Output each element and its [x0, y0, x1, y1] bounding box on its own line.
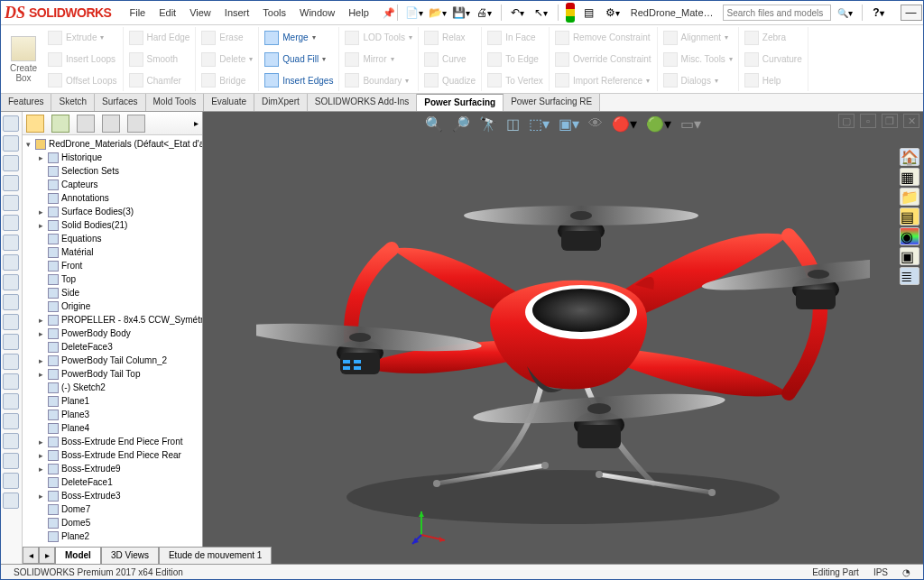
left-tool-icon-19[interactable] [3, 493, 19, 509]
tab-power-surfacing[interactable]: Power Surfacing [417, 94, 504, 111]
tab-surfaces[interactable]: Surfaces [95, 94, 145, 111]
left-tool-icon-1[interactable] [3, 135, 19, 152]
menu-view[interactable]: View [189, 7, 211, 19]
ribbon-cmd-quad-fill[interactable]: Quad Fill▾ [264, 49, 333, 70]
left-tool-icon-4[interactable] [3, 195, 19, 211]
undo-icon[interactable]: ↶▾ [509, 4, 527, 22]
tree-root[interactable]: ▾RedDrone_Materials (Défaut<_Etat d'a [24, 137, 200, 151]
ribbon-cmd-chamfer[interactable]: Chamfer [129, 69, 190, 91]
previous-view-icon[interactable]: 🔭 [479, 115, 497, 133]
ribbon-cmd-mirror[interactable]: Mirror▾ [345, 49, 412, 70]
expand-icon[interactable]: ▸ [37, 153, 45, 162]
left-tool-icon-0[interactable] [3, 115, 19, 132]
tab-sketch[interactable]: Sketch [51, 94, 95, 111]
tree-item[interactable]: Front [24, 259, 200, 272]
expand-icon[interactable]: ▸ [37, 207, 45, 216]
ribbon-cmd-misc-tools[interactable]: Misc. Tools▾ [663, 49, 733, 70]
expand-icon[interactable]: ▸ [37, 451, 45, 460]
dropdown-arrow-icon[interactable]: ▾ [405, 77, 409, 85]
zoom-fit-icon[interactable]: 🔍 [425, 115, 443, 133]
left-tool-icon-3[interactable] [3, 175, 19, 191]
dropdown-arrow-icon[interactable]: ▾ [312, 33, 316, 41]
new-doc-icon[interactable]: 📄▾ [405, 4, 423, 22]
ribbon-cmd-hard-edge[interactable]: Hard Edge [129, 27, 190, 49]
tree-item[interactable]: ▸Boss-Extrude9 [24, 462, 200, 475]
dropdown-arrow-icon[interactable]: ▾ [409, 33, 412, 41]
ribbon-cmd-extrude[interactable]: Extrude▾ [48, 27, 117, 49]
select-icon[interactable]: ↖▾ [532, 4, 550, 22]
hide-show-icon[interactable]: 👁 [588, 115, 603, 133]
dimxpert-manager-icon[interactable] [102, 115, 120, 133]
ribbon-cmd-offset-loops[interactable]: Offset Loops [48, 69, 117, 91]
tree-item[interactable]: Dome5 [24, 516, 200, 529]
view-settings-icon[interactable]: ▭▾ [680, 115, 701, 133]
tab-dimxpert[interactable]: DimXpert [254, 94, 308, 111]
tree-item[interactable]: Plane3 [24, 408, 200, 421]
design-library-icon[interactable]: 📁 [900, 188, 919, 206]
tree-item[interactable]: Plane4 [24, 421, 200, 435]
file-explorer-icon[interactable]: ▤ [900, 207, 919, 226]
dropdown-arrow-icon[interactable]: ▾ [715, 77, 718, 85]
tree-item[interactable]: Dome7 [24, 502, 200, 516]
tree-item[interactable]: (-) Sketch2 [24, 381, 200, 394]
tree-item[interactable]: ▸Boss-Extrude End Piece Front [24, 435, 200, 448]
ribbon-cmd-insert-edges[interactable]: Insert Edges [264, 69, 333, 91]
expand-icon[interactable]: ▸ [37, 356, 45, 365]
ribbon-cmd-bridge[interactable]: Bridge [201, 69, 253, 91]
ribbon-cmd-to-edge[interactable]: To Edge [487, 49, 543, 70]
ribbon-cmd-to-vertex[interactable]: To Vertex [487, 69, 543, 91]
tab-power-surfacing-re[interactable]: Power Surfacing RE [504, 94, 600, 111]
open-doc-icon[interactable]: 📂▾ [429, 4, 447, 22]
ribbon-cmd-in-face[interactable]: In Face [487, 27, 543, 49]
resources-icon[interactable]: ▦ [900, 168, 919, 186]
create-box-button[interactable]: Create Box [5, 27, 42, 91]
menu-insert[interactable]: Insert [225, 7, 250, 19]
tree-item[interactable]: Matérial [24, 245, 200, 259]
tree-panel-expand-icon[interactable]: ▸ [194, 118, 199, 128]
ribbon-cmd-alignment[interactable]: Alignment▾ [663, 27, 733, 49]
expand-icon[interactable]: ▸ [37, 437, 45, 447]
tree-item[interactable]: Origine [24, 299, 200, 313]
left-tool-icon-8[interactable] [3, 274, 19, 290]
appearances-icon[interactable]: ▣ [900, 247, 919, 265]
settings-gear-icon[interactable]: ⚙▾ [604, 4, 622, 22]
left-tool-icon-11[interactable] [3, 334, 19, 350]
ribbon-cmd-erase[interactable]: Erase [201, 27, 253, 49]
tree-item[interactable]: ▸Boss-Extrude3 [24, 489, 200, 502]
ribbon-cmd-help[interactable]: Help [744, 69, 802, 91]
bottom-tab-3d-views[interactable]: 3D Views [101, 547, 159, 564]
section-view-icon[interactable]: ◫ [506, 115, 520, 133]
tree-item[interactable]: Top [24, 272, 200, 286]
dropdown-arrow-icon[interactable]: ▾ [249, 55, 253, 63]
left-tool-icon-9[interactable] [3, 294, 19, 310]
document-name[interactable]: RedDrone_Mate… [631, 7, 714, 18]
tab-solidworks-add-ins[interactable]: SOLIDWORKS Add-Ins [308, 94, 417, 111]
left-tool-icon-7[interactable] [3, 254, 19, 271]
tree-item[interactable]: Selection Sets [24, 164, 200, 178]
ribbon-cmd-boundary[interactable]: Boundary▾ [345, 69, 412, 91]
minimize-button[interactable]: — [901, 5, 922, 21]
tree-item[interactable]: ▸PROPELLER - 8x4.5 CCW_Symétrique->? [24, 313, 200, 327]
graphics-viewport[interactable]: 🔍 🔎 🔭 ◫ ⬚▾ ▣▾ 👁 🔴▾ 🟢▾ ▭▾ ▢ ▫ ❐ ✕ 🏠 ▦ 📁 ▤… [203, 112, 923, 566]
feature-tree[interactable]: ▾RedDrone_Materials (Défaut<_Etat d'a▸Hi… [23, 135, 202, 555]
left-tool-icon-18[interactable] [3, 473, 19, 489]
ribbon-cmd-delete[interactable]: Delete▾ [201, 49, 253, 70]
expand-icon[interactable]: ▸ [37, 492, 45, 501]
menu-tools[interactable]: Tools [263, 7, 286, 19]
property-manager-icon[interactable] [51, 115, 69, 133]
tab-features[interactable]: Features [1, 94, 51, 111]
expand-icon[interactable]: ▸ [37, 221, 45, 230]
bottom-tab-model[interactable]: Model [55, 547, 101, 564]
menu-edit[interactable]: Edit [159, 7, 176, 19]
ribbon-cmd-insert-loops[interactable]: Insert Loops [48, 49, 117, 70]
dropdown-arrow-icon[interactable]: ▾ [322, 55, 326, 63]
tree-item[interactable]: DeleteFace1 [24, 475, 200, 489]
tree-item[interactable]: Annotations [24, 191, 200, 205]
feature-manager-icon[interactable] [26, 115, 44, 133]
viewport-min-icon[interactable]: ▫ [860, 114, 876, 128]
left-tool-icon-12[interactable] [3, 354, 19, 370]
tree-item[interactable]: Side [24, 286, 200, 299]
left-tool-icon-13[interactable] [3, 373, 19, 390]
orientation-triad[interactable] [411, 506, 450, 546]
tree-item[interactable]: ▸Solid Bodies(21) [24, 218, 200, 232]
